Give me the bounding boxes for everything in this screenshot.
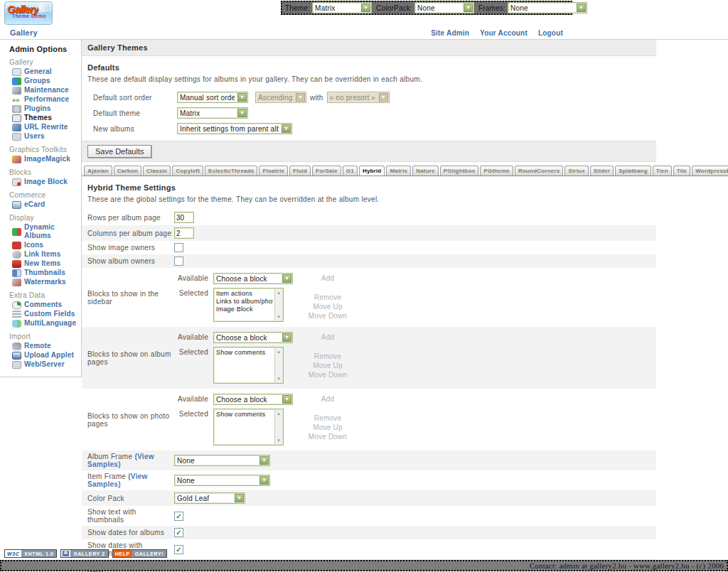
rows-per-page-input[interactable]	[174, 212, 194, 223]
tab-wordpressembedded[interactable]: WordpressEmbedded	[692, 166, 728, 176]
block-action-remove[interactable]: Remove	[299, 352, 356, 361]
tab-matrix[interactable]: Matrix	[386, 166, 411, 176]
sidebar-item-image-block[interactable]: Image Block	[12, 178, 80, 186]
new-albums-select[interactable]: Inherit settings from parent album ▾	[177, 123, 292, 134]
tab-forsale[interactable]: ForSale	[312, 166, 341, 176]
show-dates-thumbnails-checkbox[interactable]	[174, 545, 183, 554]
tab-carbon[interactable]: Carbon	[114, 166, 141, 176]
w3c-xhtml-badge[interactable]: W3C XHTML 1.0	[4, 549, 57, 558]
scroll-down-icon[interactable]: ▾	[277, 376, 280, 382]
tab-floatrix[interactable]: Floatrix	[259, 166, 288, 176]
selected-blocks-listbox[interactable]: Show comments ▴▾	[213, 409, 284, 446]
scroll-down-icon[interactable]: ▾	[277, 438, 280, 443]
listbox-scrollbar[interactable]: ▴▾	[274, 410, 282, 444]
user-link-logout[interactable]: Logout	[538, 29, 563, 37]
sidebar-item-maintenance[interactable]: Maintenance	[12, 86, 80, 95]
tab-siriux[interactable]: Siriux	[564, 166, 588, 176]
sidebar-item-plugins[interactable]: Plugins	[12, 104, 80, 113]
help-gallery-badge[interactable]: HELP GALLERY!	[112, 549, 167, 558]
sidebar-item-web-server[interactable]: Web/Server	[12, 360, 80, 369]
sidebar-item-multilanguage[interactable]: MultiLanguage	[12, 319, 80, 328]
block-action-move-up[interactable]: Move Up	[299, 302, 356, 311]
sidebar-item-link-items[interactable]: Link Items	[12, 250, 80, 259]
sidebar-item-dynamic-albums[interactable]: Dynamic Albums	[12, 223, 80, 240]
listbox-option[interactable]: Item actions	[216, 290, 273, 298]
sidebar-item-themes[interactable]: Themes	[12, 114, 80, 122]
sidebar-item-users[interactable]: Users	[12, 132, 80, 141]
topbar-select-theme[interactable]: Matrix ▾	[312, 2, 372, 14]
scroll-down-icon[interactable]: ▾	[277, 314, 280, 320]
tab-tile[interactable]: Tile	[673, 166, 690, 176]
sidebar-item-upload-applet[interactable]: Upload Applet	[12, 351, 80, 360]
listbox-scrollbar[interactable]: ▴▾	[274, 289, 282, 320]
tab-slider[interactable]: Slider	[590, 166, 614, 176]
user-link-site-admin[interactable]: Site Admin	[431, 29, 469, 37]
listbox-option[interactable]: Image Block	[216, 306, 273, 313]
tab-tien[interactable]: Tien	[653, 166, 672, 176]
selected-blocks-listbox[interactable]: Item actionsLinks to album/photo peersIm…	[213, 288, 284, 322]
tab-pglightbox[interactable]: PGlightbox	[440, 166, 479, 176]
block-action-remove[interactable]: Remove	[299, 293, 356, 302]
choose-block-select[interactable]: Choose a block ▾	[213, 273, 293, 284]
sidebar-item-new-items[interactable]: New Items	[12, 259, 80, 268]
sidebar-item-icons[interactable]: Icons	[12, 241, 80, 249]
tab-fluid[interactable]: Fluid	[289, 166, 311, 176]
block-action-move-down[interactable]: Move Down	[299, 311, 356, 320]
tab-copyleft[interactable]: Copyleft	[172, 166, 203, 176]
tab-nature[interactable]: Nature	[412, 166, 439, 176]
listbox-scrollbar[interactable]: ▴▾	[274, 348, 282, 382]
scroll-up-icon[interactable]: ▴	[277, 411, 280, 416]
sidebar-item-performance[interactable]: Performance	[12, 95, 80, 104]
scroll-up-icon[interactable]: ▴	[277, 290, 280, 296]
tab-eclecticthreads[interactable]: EclecticThreads	[205, 166, 257, 176]
color-pack-select[interactable]: Gold Leaf ▾	[174, 492, 245, 504]
block-action-move-up[interactable]: Move Up	[299, 361, 356, 370]
choose-block-select[interactable]: Choose a block ▾	[213, 394, 293, 405]
add-link[interactable]: Add	[299, 332, 356, 341]
tab-roundcorners[interactable]: RoundCorners	[515, 166, 563, 176]
save-defaults-button[interactable]: Save Defaults	[87, 145, 151, 158]
tab-classic[interactable]: Classic	[143, 166, 171, 176]
gallery2-badge[interactable]: GALLERY 2	[60, 549, 108, 558]
album-frame-select[interactable]: None ▾	[174, 455, 270, 466]
sidebar-item-remote[interactable]: Remote	[12, 342, 80, 350]
sidebar-item-groups[interactable]: Groups	[12, 77, 80, 85]
columns-per-page-input[interactable]	[174, 227, 194, 239]
sidebar-item-custom-fields[interactable]: Custom Fields	[12, 310, 80, 318]
item-frame-select[interactable]: None ▾	[174, 475, 270, 486]
sidebar-item-watermarks[interactable]: Watermarks	[12, 278, 80, 286]
tab-pgtheme[interactable]: PGtheme	[480, 166, 513, 176]
gallery-logo[interactable]: Gallery Theme Demo	[4, 1, 53, 25]
default-theme-select[interactable]: Matrix ▾	[177, 107, 248, 119]
sidebar-item-thumbnails[interactable]: Thumbnails	[12, 269, 80, 277]
show-text-thumbnails-checkbox[interactable]	[174, 512, 183, 521]
add-link[interactable]: Add	[299, 394, 356, 403]
block-action-move-down[interactable]: Move Down	[299, 432, 356, 441]
sort-order-select[interactable]: Manual sort order ▾	[177, 92, 248, 103]
show-image-owners-checkbox[interactable]	[174, 243, 183, 252]
sidebar-item-ecard[interactable]: eCard	[12, 200, 80, 209]
tab-splatbang[interactable]: Splatbang	[615, 166, 651, 176]
block-action-remove[interactable]: Remove	[299, 414, 356, 423]
block-action-move-up[interactable]: Move Up	[299, 423, 356, 432]
show-album-owners-checkbox[interactable]	[174, 257, 183, 266]
sidebar-item-imagemagick[interactable]: ImageMagick	[12, 155, 80, 163]
show-dates-albums-checkbox[interactable]	[174, 528, 183, 537]
topbar-select-colorpack[interactable]: None ▾	[414, 2, 474, 14]
selected-blocks-listbox[interactable]: Show comments ▴▾	[213, 347, 284, 384]
sidebar-item-comments[interactable]: Comments	[12, 301, 80, 309]
scroll-up-icon[interactable]: ▴	[277, 349, 280, 355]
breadcrumb[interactable]: Gallery	[10, 28, 38, 37]
topbar-select-frames[interactable]: None ▾	[508, 2, 587, 14]
listbox-option[interactable]: Show comments	[216, 411, 273, 419]
choose-block-select[interactable]: Choose a block ▾	[213, 332, 293, 343]
sidebar-item-general[interactable]: General	[12, 68, 80, 76]
tab-ajaxian[interactable]: Ajaxian	[84, 166, 112, 176]
tab-hybrid[interactable]: Hybrid	[359, 166, 385, 176]
listbox-option[interactable]: Show comments	[216, 349, 273, 357]
user-link-your-account[interactable]: Your Account	[480, 29, 528, 37]
tab-g1[interactable]: G1	[343, 166, 358, 176]
sidebar-item-url-rewrite[interactable]: URL Rewrite	[12, 123, 80, 131]
add-link[interactable]: Add	[299, 273, 356, 282]
listbox-option[interactable]: Links to album/photo peers	[216, 298, 273, 306]
